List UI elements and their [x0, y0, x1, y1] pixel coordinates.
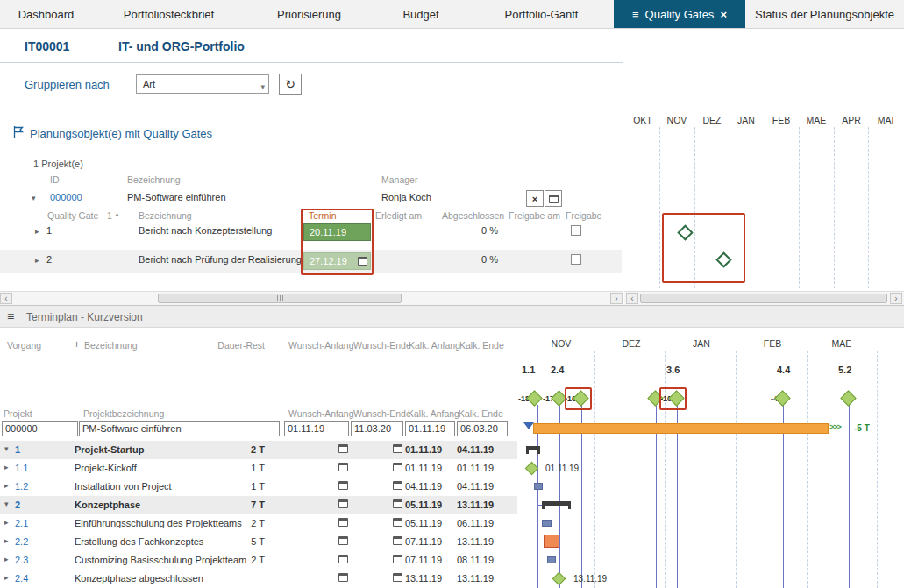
- project-wunsch-ende-cell[interactable]: 11.03.20: [351, 421, 403, 436]
- hamburger-icon[interactable]: ≡: [7, 309, 14, 323]
- remove-project-button[interactable]: ×: [526, 190, 544, 207]
- expander-icon[interactable]: ▸: [4, 573, 9, 582]
- project-wunsch-anfang-cell[interactable]: 01.11.19: [284, 421, 349, 436]
- calendar-icon[interactable]: [338, 463, 348, 471]
- subcol-quality-gate[interactable]: Quality Gate: [47, 210, 98, 221]
- task-bar-einfuehrungsschulung[interactable]: [542, 520, 552, 527]
- project-kalk-anfang-cell[interactable]: 01.11.19: [405, 421, 455, 436]
- freigabe-checkbox[interactable]: [571, 254, 581, 265]
- expander-icon[interactable]: ▾: [4, 444, 9, 453]
- calendar-icon[interactable]: [338, 499, 348, 508]
- hdr-dauer-rest[interactable]: Dauer-Rest: [210, 340, 265, 351]
- task-row[interactable]: ▾ 2 Konzeptphase 7 T 05.11.19 13.11.19: [0, 496, 517, 514]
- calendar-icon[interactable]: [338, 481, 348, 490]
- tab-budget[interactable]: Budget: [373, 0, 469, 28]
- quality-gate-milestone[interactable]: [573, 390, 588, 406]
- hdr-vorgang[interactable]: Vorgang: [7, 340, 41, 351]
- expander-icon[interactable]: ▸: [4, 518, 9, 527]
- freigabe-checkbox[interactable]: [571, 225, 581, 236]
- calendar-icon[interactable]: [393, 573, 402, 582]
- summary-bar-startup[interactable]: [526, 446, 540, 450]
- subcol-termin[interactable]: Termin: [309, 210, 337, 221]
- gate-termin-field[interactable]: 27.12.19: [303, 252, 371, 270]
- task-bar-fachkonzept-selected[interactable]: [544, 535, 559, 548]
- gantt-divider[interactable]: [516, 328, 516, 588]
- calendar-icon[interactable]: [393, 444, 402, 453]
- gate-row-expander[interactable]: ▸: [35, 227, 39, 236]
- subcol-freigabe-am[interactable]: Freigabe am: [509, 210, 560, 221]
- scrollbar-thumb[interactable]: [158, 294, 402, 303]
- hamburger-icon[interactable]: ≡: [632, 8, 639, 21]
- project-gantt-bar[interactable]: [533, 423, 829, 434]
- hdr-wunsch-ende[interactable]: Wunsch-Ende: [353, 340, 411, 351]
- close-icon[interactable]: ×: [720, 8, 727, 21]
- hdr-kalk-anfang[interactable]: Kalk. Anfang: [409, 340, 460, 351]
- task-row[interactable]: ▾ 1 Projekt-Startup 2 T 01.11.19 04.11.1…: [0, 441, 517, 459]
- scroll-left-arrow[interactable]: ‹: [626, 293, 638, 304]
- calendar-icon[interactable]: [393, 518, 402, 527]
- calendar-icon[interactable]: [393, 499, 402, 508]
- subcol-erledigt-am[interactable]: Erledigt am: [375, 210, 422, 221]
- calendar-icon[interactable]: [358, 257, 367, 266]
- calendar-icon[interactable]: [338, 536, 348, 545]
- expander-icon[interactable]: ▾: [4, 499, 9, 508]
- hdr-bezeichnung[interactable]: Bezeichnung: [84, 340, 138, 351]
- summary-bar-konzeptphase[interactable]: [542, 501, 571, 506]
- calendar-icon[interactable]: [338, 444, 348, 453]
- tab-portfoliosteckbrief[interactable]: Portfoliosteckbrief: [92, 0, 246, 28]
- subcol-abgeschlossen[interactable]: Abgeschlossen: [442, 210, 504, 221]
- scroll-right-arrow[interactable]: ›: [610, 293, 623, 304]
- task-bar-customizing[interactable]: [547, 556, 556, 563]
- quality-gate-milestone[interactable]: [774, 390, 790, 406]
- calendar-icon[interactable]: [393, 536, 402, 545]
- gate-row-expander[interactable]: ▸: [35, 256, 39, 265]
- task-row[interactable]: ▸ 1.1 Projekt-Kickoff 1 T 01.11.19 01.11…: [0, 459, 517, 478]
- calendar-icon[interactable]: [393, 555, 402, 563]
- tab-portfolio-gantt[interactable]: Portfolio-Gantt: [469, 0, 614, 28]
- subcol-bezeichnung[interactable]: Bezeichnung: [139, 210, 192, 221]
- hdr-kalk-ende[interactable]: Kalk. Ende: [459, 340, 504, 351]
- tab-status-planungsobjekte[interactable]: Status der Planungsobjekte: [745, 0, 904, 28]
- refresh-button[interactable]: ↻: [279, 74, 302, 95]
- task-row[interactable]: ▸ 2.1 Einführungsschulung des Projekttea…: [0, 514, 517, 533]
- sort-asc-icon[interactable]: ▲: [114, 211, 120, 217]
- h-scrollbar[interactable]: ‹ ›: [0, 291, 623, 305]
- tab-priorisierung[interactable]: Priorisierung: [246, 0, 373, 28]
- project-expander[interactable]: ▾: [32, 194, 36, 202]
- h-scrollbar[interactable]: ‹ ›: [624, 291, 904, 305]
- calendar-icon[interactable]: [338, 573, 348, 582]
- terminplan-header-bar[interactable]: ≡ Terminplan - Kurzversion: [0, 305, 904, 328]
- gate-termin-field[interactable]: 20.11.19: [303, 223, 371, 241]
- project-name-cell[interactable]: PM-Software einführen: [79, 421, 280, 436]
- calendar-icon[interactable]: [393, 481, 402, 490]
- tab-dashboard[interactable]: Dashboard: [0, 0, 92, 28]
- tab-quality-gates[interactable]: ≡ Quality Gates ×: [614, 0, 745, 28]
- expander-icon[interactable]: ▸: [4, 463, 9, 471]
- calendar-icon[interactable]: [393, 463, 402, 471]
- task-row[interactable]: ▸ 1.2 Installation von Project 1 T 04.11…: [0, 478, 517, 496]
- milestone-konzeptphase-abgeschlossen[interactable]: [552, 572, 566, 586]
- subcol-freigabe[interactable]: Freigabe: [566, 210, 601, 221]
- scroll-left-arrow[interactable]: ‹: [0, 293, 12, 304]
- scrollbar-thumb[interactable]: [640, 294, 887, 303]
- calendar-icon[interactable]: [338, 555, 348, 563]
- scroll-right-arrow[interactable]: ›: [890, 293, 902, 304]
- quality-gate-milestone[interactable]: [668, 390, 684, 406]
- task-row[interactable]: ▸ 2.4 Konzeptphase abgeschlossen 13.11.1…: [0, 570, 517, 588]
- task-row[interactable]: ▸ 2.2 Erstellung des Fachkonzeptes 5 T 0…: [0, 533, 517, 551]
- quality-gate-milestone[interactable]: [677, 224, 693, 240]
- quality-gate-milestone[interactable]: [840, 390, 856, 406]
- task-row[interactable]: ▸ 2.3 Customizing Basisschulung Projektt…: [0, 551, 517, 570]
- project-id-link[interactable]: 000000: [50, 192, 82, 202]
- calendar-button[interactable]: [545, 190, 562, 207]
- task-bar-installation[interactable]: [534, 483, 543, 490]
- hdr-wunsch-anfang[interactable]: Wunsch-Anfang: [288, 340, 354, 351]
- group-by-select[interactable]: Art ▾: [136, 74, 269, 94]
- project-kalk-ende-cell[interactable]: 06.03.20: [457, 421, 508, 436]
- milestone-kickoff[interactable]: [525, 462, 539, 476]
- column-divider[interactable]: [281, 328, 281, 588]
- project-id-cell[interactable]: 000000: [2, 421, 78, 436]
- add-task-button[interactable]: +: [74, 338, 80, 351]
- expander-icon[interactable]: ▸: [4, 481, 9, 490]
- expander-icon[interactable]: ▸: [4, 555, 9, 563]
